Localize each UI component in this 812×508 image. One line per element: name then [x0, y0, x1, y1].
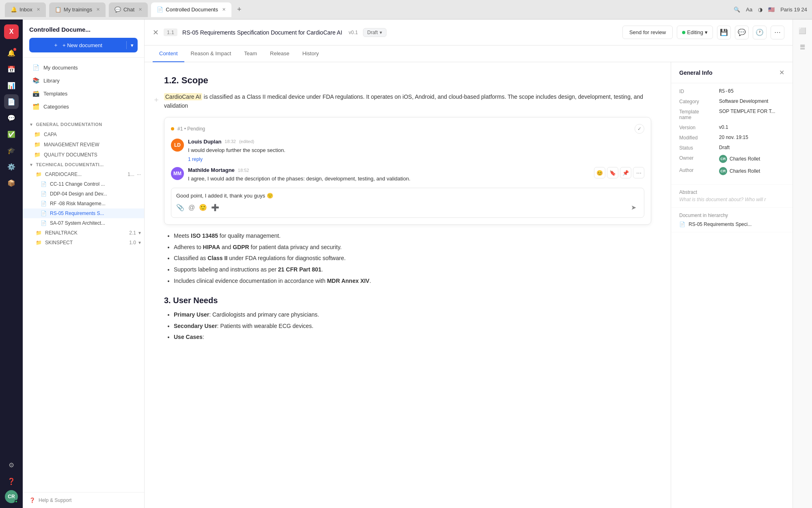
user-avatar-nav[interactable]: CR — [5, 490, 18, 503]
save-document-icon[interactable]: 💾 — [717, 26, 731, 39]
tab-my-trainings[interactable]: 📋 My trainings ✕ — [49, 2, 106, 17]
folder-icon-capa: 📁 — [34, 131, 41, 137]
tab-team[interactable]: Team — [238, 46, 263, 62]
more-options-icon[interactable]: ⋯ — [771, 26, 784, 39]
gdpr-bold: GDPR — [233, 244, 249, 250]
comment-header-1: Louis Duplan 18:32 (edited) — [188, 139, 644, 145]
add-section-button[interactable]: ＋ — [153, 95, 160, 104]
tab-chat[interactable]: 💬 Chat ✕ — [109, 2, 148, 17]
text-size-icon[interactable]: Aa — [746, 7, 752, 13]
comment-time-1: 18:32 — [225, 139, 236, 144]
file-rs-05[interactable]: 📄 RS-05 Requirements S... — [23, 208, 144, 218]
add-tab-button[interactable]: + — [235, 5, 244, 14]
document-content: ＋ 1.2. Scope CardioCare AI is classified… — [145, 62, 671, 508]
tab-release[interactable]: Release — [263, 46, 296, 62]
folder-management-review[interactable]: 📁 MANAGEMENT REVIEW — [23, 139, 144, 150]
close-tab-trainings[interactable]: ✕ — [96, 7, 100, 12]
folder-capa[interactable]: 📁 CAPA — [23, 129, 144, 139]
close-panel-button[interactable]: ✕ — [779, 69, 784, 76]
nav-icon-chat[interactable]: 💬 — [4, 111, 19, 125]
panel-abstract: Abstract What is this document about? Wh… — [671, 185, 793, 208]
close-tab-inbox[interactable]: ✕ — [37, 7, 40, 12]
folder-quality-documents[interactable]: 📁 QUALITY DOCUMENTS — [23, 150, 144, 160]
language-flag[interactable]: 🇺🇸 — [768, 7, 775, 13]
document-version-label: 1.1 — [164, 28, 177, 36]
right-nav-stack-icon[interactable]: ☰ — [796, 41, 809, 54]
theme-icon[interactable]: ◑ — [758, 7, 762, 13]
folder-skinspect[interactable]: 📁 SKINSPECT 1.0 ▾ — [23, 238, 144, 247]
abstract-placeholder[interactable]: What is this document about? Who will r — [679, 197, 784, 202]
send-reply-button[interactable]: ➤ — [628, 202, 639, 213]
nav-icon-tasks[interactable]: ✅ — [4, 127, 19, 141]
section-technical-documentation[interactable]: ▼ TECHNICAL DOCUMENTATI... — [23, 160, 144, 169]
tab-reason-impact[interactable]: Reason & Impact — [184, 46, 238, 62]
more-icon[interactable]: ··· — [137, 172, 141, 177]
reply-count-1[interactable]: 1 reply — [188, 156, 644, 162]
sidebar-footer: ❓ Help & Support — [23, 492, 144, 508]
nav-icon-calendar[interactable]: 📅 — [4, 62, 19, 76]
folder-cardiocare[interactable]: 📁 CARDIOCARE... 1... ··· — [23, 169, 144, 179]
bullet-mdr: Includes clinical evidence documentation… — [174, 276, 651, 286]
new-document-button[interactable]: ＋ + New document ▾ — [29, 38, 138, 52]
nav-icon-notifications[interactable]: 🔔 — [4, 46, 19, 60]
document-header: ✕ 1.1 RS-05 Requirements Specification D… — [145, 20, 793, 46]
more-comment-options[interactable]: ⋯ — [633, 167, 644, 178]
add-reaction-icon[interactable]: ➕ — [211, 204, 219, 211]
file-ddp-04[interactable]: 📄 DDP-04 Design and Dev... — [23, 189, 144, 199]
file-rf-08[interactable]: 📄 RF -08 Risk Manageme... — [23, 199, 144, 208]
sidebar-item-my-documents[interactable]: 📄 My documents — [26, 61, 141, 74]
file-icon-sa07: 📄 — [41, 220, 47, 226]
tab-icon-trainings: 📋 — [55, 7, 61, 13]
left-sidebar: Controlled Docume... ＋ + New document ▾ … — [23, 20, 145, 508]
tab-inbox[interactable]: 🔔 Inbox ✕ — [5, 2, 46, 17]
search-icon[interactable]: 🔍 — [734, 7, 740, 13]
skinspect-chevron: ▾ — [138, 240, 141, 245]
comment-icon[interactable]: 💬 — [735, 26, 749, 39]
bookmark-button[interactable]: 🔖 — [607, 167, 618, 178]
section-general-documentation[interactable]: ▼ GENERAL DOCUMENTATION — [23, 119, 144, 129]
sidebar-item-library[interactable]: 📚 Library — [26, 74, 141, 87]
right-nav-layout-icon[interactable]: ⬜ — [796, 24, 809, 37]
close-tab-chat[interactable]: ✕ — [138, 7, 142, 12]
mention-icon[interactable]: @ — [188, 204, 195, 211]
file-cc-11[interactable]: 📄 CC-11 Change Control ... — [23, 179, 144, 189]
id-value: RS-05 — [719, 88, 734, 94]
nav-icon-chart[interactable]: 📊 — [4, 78, 19, 93]
nav-icon-training[interactable]: 🎓 — [4, 143, 19, 158]
pin-button[interactable]: 📌 — [620, 167, 631, 178]
help-support-link[interactable]: ❓ Help & Support — [29, 497, 138, 503]
close-tab-docs[interactable]: ✕ — [222, 7, 226, 12]
version-badge: v0.1 — [349, 30, 358, 35]
document-tabs: Content Reason & Impact Team Release His… — [145, 46, 793, 62]
app-logo[interactable]: X — [4, 24, 19, 39]
reply-input-field[interactable] — [176, 193, 639, 199]
status-badge[interactable]: Draft ▾ — [363, 28, 387, 37]
resolve-thread-button[interactable]: ✓ — [635, 124, 644, 134]
chevron-down-icon: ▼ — [29, 122, 33, 127]
tab-history[interactable]: History — [296, 46, 325, 62]
tab-content[interactable]: Content — [153, 46, 184, 62]
tab-controlled-docs[interactable]: 📄 Controlled Documents ✕ — [151, 2, 231, 17]
nav-icon-box[interactable]: 📦 — [4, 176, 19, 190]
skinspect-version: 1.0 — [129, 240, 136, 245]
emoji-reaction-button[interactable]: 😊 — [594, 167, 605, 178]
folder-renaltrack[interactable]: 📁 RENALTRACK 2.1 ▾ — [23, 228, 144, 238]
nav-icon-help[interactable]: ❓ — [4, 474, 19, 488]
renaltrack-version: 2.1 — [129, 230, 136, 236]
close-document-button[interactable]: ✕ — [153, 28, 159, 37]
comment-text-1: I would develop further the scope sectio… — [188, 146, 644, 154]
editing-button[interactable]: Editing ▾ — [677, 26, 713, 39]
file-sa-07[interactable]: 📄 SA-07 System Architect... — [23, 218, 144, 228]
new-doc-arrow[interactable]: ▾ — [127, 42, 138, 48]
nav-icon-documents[interactable]: 📄 — [4, 94, 19, 109]
sidebar-item-templates[interactable]: 🗃️ Templates — [26, 87, 141, 100]
panel-row-category: Category Software Development — [679, 98, 784, 104]
attachment-icon[interactable]: 📎 — [176, 204, 184, 211]
sidebar-item-categories[interactable]: 🗂️ Categories — [26, 100, 141, 113]
comment-time-2: 18:52 — [238, 168, 249, 173]
nav-icon-settings[interactable]: ⚙️ — [4, 159, 19, 174]
history-icon[interactable]: 🕐 — [753, 26, 767, 39]
nav-icon-sliders[interactable]: ⚙ — [4, 458, 19, 472]
emoji-icon[interactable]: 🙂 — [199, 204, 207, 211]
send-for-review-button[interactable]: Send for review — [622, 26, 673, 39]
